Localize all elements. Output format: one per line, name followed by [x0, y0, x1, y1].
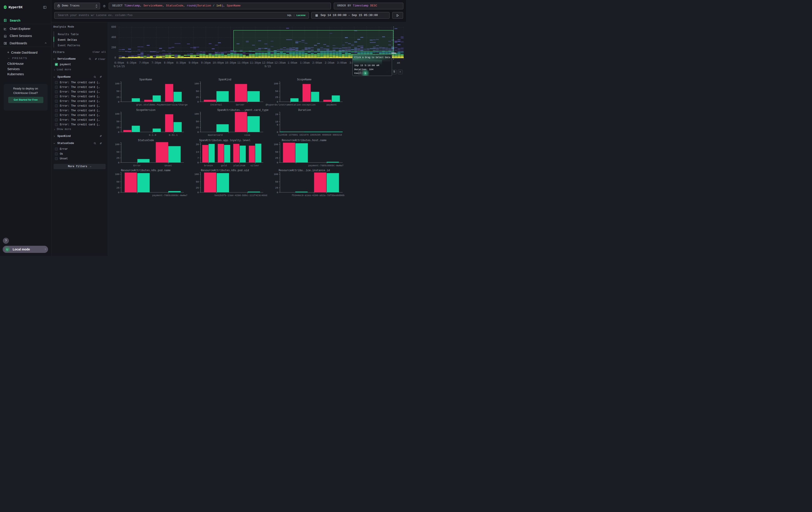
- svg-text:25: 25: [116, 96, 119, 99]
- svg-text:0: 0: [197, 131, 199, 134]
- svg-text:0: 0: [197, 191, 199, 194]
- svg-text:100: 100: [115, 113, 119, 115]
- svg-text:50: 50: [116, 181, 119, 183]
- svg-text:0: 0: [277, 131, 278, 134]
- svg-text:25: 25: [116, 126, 119, 129]
- svg-text:100: 100: [274, 143, 278, 146]
- svg-text:25: 25: [116, 187, 119, 189]
- svg-text:10: 10: [275, 120, 278, 123]
- svg-text:28: 28: [196, 143, 199, 146]
- svg-text:0: 0: [118, 191, 119, 194]
- svg-text:0: 0: [277, 161, 278, 164]
- svg-text:100: 100: [194, 173, 199, 176]
- svg-text:0: 0: [197, 100, 199, 103]
- svg-text:100: 100: [274, 173, 278, 176]
- svg-text:0: 0: [197, 161, 199, 164]
- svg-text:0: 0: [118, 161, 119, 164]
- svg-text:0: 0: [118, 100, 119, 103]
- svg-text:100: 100: [115, 173, 119, 176]
- svg-text:50: 50: [196, 120, 199, 123]
- svg-text:100: 100: [194, 113, 199, 115]
- svg-text:25: 25: [275, 187, 278, 189]
- svg-text:50: 50: [196, 90, 199, 92]
- svg-text:0: 0: [277, 191, 278, 194]
- svg-text:100: 100: [115, 82, 119, 85]
- svg-text:5: 5: [277, 124, 278, 126]
- svg-text:20: 20: [275, 113, 278, 116]
- svg-text:7: 7: [197, 157, 199, 159]
- svg-text:25: 25: [275, 157, 278, 159]
- svg-text:50: 50: [196, 181, 199, 183]
- svg-text:25: 25: [196, 187, 199, 189]
- svg-text:50: 50: [275, 90, 278, 92]
- svg-text:25: 25: [116, 157, 119, 159]
- svg-text:50: 50: [275, 151, 278, 153]
- svg-text:50: 50: [116, 90, 119, 92]
- svg-text:100: 100: [115, 143, 119, 146]
- svg-text:0: 0: [118, 131, 119, 134]
- svg-text:14: 14: [196, 151, 199, 153]
- svg-text:50: 50: [116, 151, 119, 153]
- svg-text:25: 25: [196, 126, 199, 129]
- svg-text:25: 25: [196, 96, 199, 99]
- svg-text:25: 25: [275, 96, 278, 99]
- svg-text:50: 50: [275, 181, 278, 183]
- svg-text:50: 50: [116, 120, 119, 123]
- svg-text:0: 0: [277, 100, 278, 103]
- svg-text:100: 100: [274, 82, 278, 85]
- svg-text:100: 100: [194, 82, 199, 85]
